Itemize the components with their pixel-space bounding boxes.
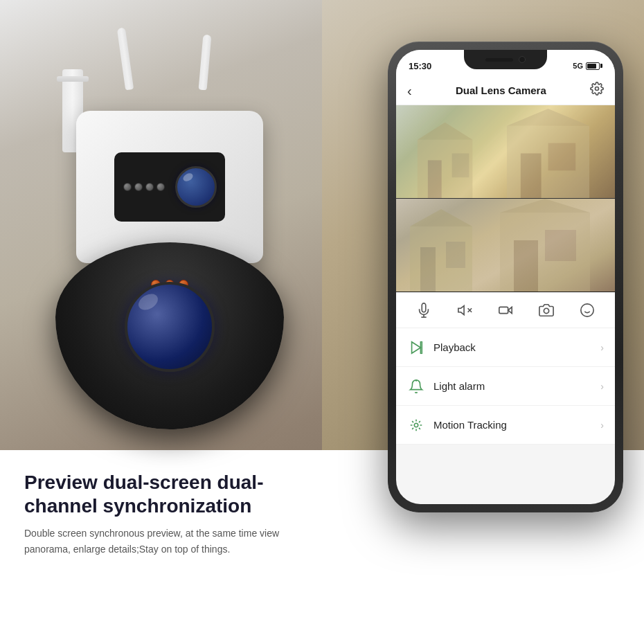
text-section: Preview dual-screen dual-channel synchro…	[24, 471, 322, 557]
building-top	[396, 105, 615, 198]
phone-notch	[464, 50, 547, 69]
phone-mockup: 15:30 5G ‹ Dual Lens Camera	[388, 42, 623, 512]
playback-label: Playback	[433, 341, 476, 353]
ir-dot-3	[145, 183, 154, 191]
gear-icon	[590, 82, 604, 96]
battery-fill	[587, 64, 596, 69]
app-title: Dual Lens Camera	[456, 84, 546, 96]
svg-rect-3	[521, 153, 542, 198]
svg-rect-8	[452, 153, 469, 177]
signal-label: 5G	[573, 62, 583, 70]
notch-speaker	[485, 58, 513, 62]
camera-body-lower	[55, 242, 284, 429]
menu-item-alarm-left: Light alarm	[407, 377, 485, 395]
back-button[interactable]: ‹	[407, 84, 412, 98]
tracking-chevron: ›	[600, 420, 604, 431]
phone-screen: 15:30 5G ‹ Dual Lens Camera	[396, 50, 615, 504]
playback-icon	[407, 339, 425, 357]
svg-marker-10	[500, 199, 590, 213]
dome-lens	[125, 282, 215, 372]
app-header: ‹ Dual Lens Camera	[396, 76, 615, 105]
svg-marker-2	[507, 109, 589, 126]
battery-tip	[600, 64, 602, 68]
alarm-label: Light alarm	[433, 380, 485, 392]
svg-marker-23	[508, 307, 512, 313]
camera-feeds	[396, 105, 615, 292]
ir-dot-2	[134, 183, 143, 191]
status-icons: 5G	[573, 62, 602, 70]
camera-lens-upper	[114, 152, 225, 222]
ir-dot-4	[156, 183, 165, 191]
playback-chevron: ›	[600, 342, 604, 353]
svg-point-0	[596, 87, 599, 91]
phone-frame: 15:30 5G ‹ Dual Lens Camera	[388, 42, 623, 512]
notch-camera-dot	[519, 56, 526, 63]
tracking-label: Motion Tracking	[433, 419, 507, 431]
upper-lens	[175, 166, 217, 208]
svg-rect-11	[514, 240, 538, 292]
svg-rect-12	[545, 230, 576, 261]
product-title: Preview dual-screen dual-channel synchro…	[24, 471, 322, 517]
face-icon	[580, 303, 595, 318]
svg-marker-14	[410, 209, 472, 226]
menu-item-alarm[interactable]: Light alarm ›	[396, 367, 615, 406]
menu-item-tracking[interactable]: Motion Tracking ›	[396, 406, 615, 445]
svg-rect-15	[420, 247, 436, 292]
svg-marker-28	[412, 341, 421, 353]
svg-point-25	[581, 303, 593, 316]
svg-rect-22	[499, 307, 508, 313]
alarm-chevron: ›	[600, 381, 604, 392]
tracking-icon	[407, 416, 425, 434]
ir-lights-upper	[123, 183, 165, 191]
battery-icon	[586, 62, 602, 70]
ir-dot-1	[123, 183, 132, 191]
menu-list: Playback › Light alar	[396, 328, 615, 445]
volume-mute-icon	[457, 303, 472, 318]
product-description: Double screen synchronous preview, at th…	[24, 526, 322, 557]
svg-rect-4	[548, 143, 576, 171]
alarm-icon	[407, 377, 425, 395]
camera-product	[14, 69, 291, 457]
record-button[interactable]	[492, 296, 519, 324]
svg-rect-16	[446, 242, 465, 268]
volume-button[interactable]	[451, 296, 478, 324]
camera-feed-top	[396, 105, 615, 199]
record-icon	[498, 303, 513, 318]
building-bottom	[396, 199, 615, 292]
settings-button[interactable]	[590, 82, 604, 99]
camera-body-upper	[76, 111, 263, 263]
menu-item-playback[interactable]: Playback ›	[396, 328, 615, 367]
svg-point-31	[414, 423, 418, 427]
camera-feed-bottom	[396, 199, 615, 292]
menu-item-playback-left: Playback	[407, 339, 476, 357]
mic-button[interactable]	[410, 296, 438, 324]
status-time: 15:30	[409, 61, 431, 71]
photo-button[interactable]	[533, 296, 560, 324]
svg-point-24	[544, 308, 548, 313]
svg-marker-6	[418, 123, 472, 140]
menu-item-tracking-left: Motion Tracking	[407, 416, 507, 434]
mic-icon	[416, 303, 431, 318]
svg-rect-7	[428, 160, 442, 198]
camera-icon	[539, 303, 554, 318]
svg-marker-19	[458, 305, 464, 314]
face-button[interactable]	[573, 296, 601, 324]
battery-body	[586, 62, 600, 70]
controls-row	[396, 292, 615, 328]
